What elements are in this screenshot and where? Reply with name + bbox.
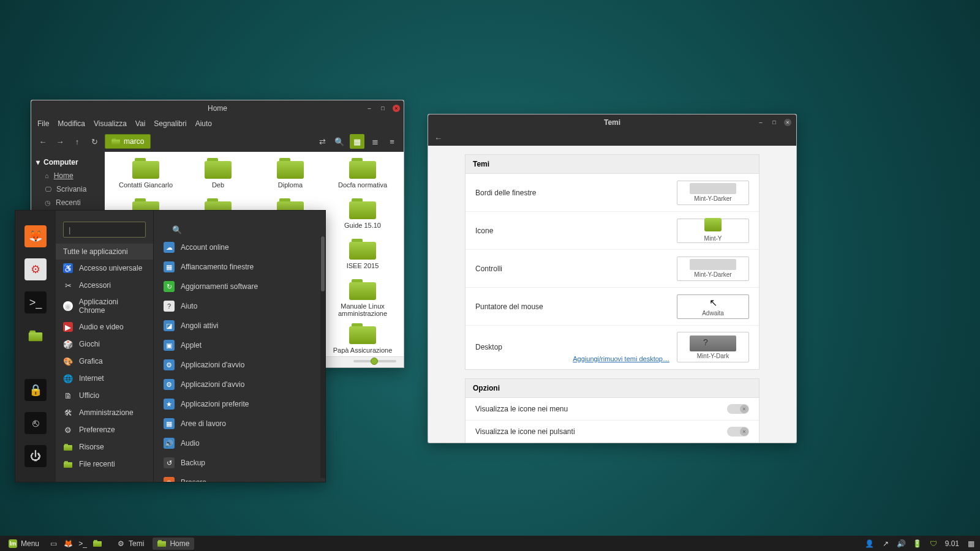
menu-search-box[interactable]: | 🔍: [63, 222, 146, 238]
menu-help[interactable]: Aiuto: [195, 119, 212, 128]
category-item[interactable]: 🎲Giochi: [56, 335, 153, 353]
favorite-terminal[interactable]: >_: [24, 291, 47, 313]
app-item[interactable]: ▣Applet: [157, 335, 322, 355]
favorite-files[interactable]: [24, 324, 47, 347]
minimize-button[interactable]: –: [366, 105, 373, 112]
window-borders-selector[interactable]: Mint-Y-Darker: [677, 181, 749, 205]
lock-screen-button[interactable]: 🔒: [24, 379, 47, 401]
up-button[interactable]: ↑: [70, 135, 84, 148]
option-label: Visualizza le icone nei pulsanti: [475, 427, 727, 436]
folder-item[interactable]: Diploma: [254, 158, 326, 189]
category-item[interactable]: File recenti: [56, 455, 153, 473]
sidebar-item-recent[interactable]: ◷Recenti: [31, 196, 105, 209]
category-item[interactable]: 🛠Amministrazione: [56, 404, 153, 421]
add-remove-desktop-themes-link[interactable]: Aggiungi/rimuovi temi desktop…: [573, 355, 669, 362]
shutdown-button[interactable]: ⏻: [24, 445, 47, 467]
menu-bookmarks[interactable]: Segnalibri: [154, 119, 186, 128]
folder-item[interactable]: Docfa normativa: [326, 158, 399, 189]
menu-view[interactable]: Visualizza: [94, 119, 127, 128]
path-segment-home[interactable]: marco: [105, 134, 151, 149]
toggle-path-entry-button[interactable]: ⇄: [315, 135, 329, 148]
sidebar-section-computer[interactable]: ▾ Computer: [31, 156, 105, 169]
update-applet-icon[interactable]: 🛡: [929, 539, 938, 548]
toggle-icons-in-buttons[interactable]: ×: [727, 427, 749, 437]
menu-go[interactable]: Vai: [135, 119, 145, 128]
panel-menu-button[interactable]: lm Menu: [5, 539, 43, 548]
back-button[interactable]: ←: [36, 135, 50, 148]
scrollbar-thumb[interactable]: [321, 236, 325, 291]
battery-applet-icon[interactable]: 🔋: [913, 539, 922, 548]
category-item[interactable]: ✂Accessori: [56, 277, 153, 294]
refresh-button[interactable]: ↻: [88, 135, 101, 148]
close-button[interactable]: ×: [784, 119, 791, 126]
folder-item[interactable]: Deb: [182, 158, 254, 189]
favorite-firefox[interactable]: 🦊: [24, 225, 47, 247]
controls-theme-selector[interactable]: Mint-Y-Darker: [677, 257, 749, 281]
list-view-button[interactable]: ≣: [368, 135, 382, 148]
category-item[interactable]: Risorse: [56, 438, 153, 455]
clock-applet[interactable]: 9.01: [945, 539, 959, 548]
back-button[interactable]: ←: [434, 133, 442, 143]
maximize-button[interactable]: □: [771, 119, 778, 126]
minimize-button[interactable]: –: [757, 119, 764, 126]
menu-edit[interactable]: Modifica: [58, 119, 85, 128]
logout-button[interactable]: ⎋: [24, 412, 47, 434]
category-item[interactable]: ⚙Preferenze: [56, 421, 153, 438]
folder-item[interactable]: Manuale Linux amministrazione: [326, 279, 399, 317]
favorite-software[interactable]: ⚙: [24, 258, 47, 280]
file-manager-titlebar[interactable]: Home – □ ×: [31, 100, 404, 116]
app-item[interactable]: 🔊Audio: [157, 433, 322, 453]
app-item[interactable]: ◪Angoli attivi: [157, 316, 322, 335]
icon-view-button[interactable]: ▦: [350, 134, 364, 149]
app-item[interactable]: ☁Account online: [157, 238, 322, 257]
section-header-options: Opzioni: [466, 379, 759, 398]
app-item[interactable]: ?Aiuto: [157, 296, 322, 316]
volume-applet-icon[interactable]: 🔊: [897, 539, 906, 548]
category-item[interactable]: 🌐Internet: [56, 370, 153, 387]
compact-view-button[interactable]: ≡: [385, 135, 399, 148]
mouse-pointer-selector[interactable]: ↖ Adwaita: [677, 294, 749, 319]
zoom-slider[interactable]: [353, 360, 396, 362]
toggle-icons-in-menus[interactable]: ×: [727, 404, 749, 414]
theme-preview: [690, 335, 736, 351]
app-item[interactable]: ↻Aggiornamenti software: [157, 277, 322, 296]
folder-item[interactable]: Contatti Giancarlo: [110, 158, 182, 189]
search-button[interactable]: 🔍: [333, 135, 346, 148]
app-item[interactable]: ★Applicazioni preferite: [157, 394, 322, 414]
app-item[interactable]: ▦Affiancamento finestre: [157, 257, 322, 277]
folder-item[interactable]: Papà Assicurazione: [326, 323, 399, 354]
category-all-applications[interactable]: Tutte le applicazioni: [56, 244, 153, 260]
sidebar-item-desktop[interactable]: 🖵Scrivania: [31, 182, 105, 196]
forward-button[interactable]: →: [53, 135, 67, 148]
app-item[interactable]: ▦Aree di lavoro: [157, 414, 322, 433]
icons-theme-selector[interactable]: Mint-Y: [677, 219, 749, 243]
task-button-home[interactable]: Home: [153, 538, 194, 550]
app-item[interactable]: ◉Brasero: [157, 473, 322, 482]
task-button-temi[interactable]: ⚙ Temi: [111, 538, 149, 550]
panel-launcher-terminal[interactable]: >_: [78, 539, 87, 548]
close-button[interactable]: ×: [393, 105, 400, 112]
office-icon: 🗎: [63, 391, 73, 400]
category-item[interactable]: 🗎Ufficio: [56, 387, 153, 404]
menu-file[interactable]: File: [37, 119, 49, 128]
category-item[interactable]: ♿Accesso universale: [56, 260, 153, 277]
calendar-applet-icon[interactable]: ▦: [967, 539, 975, 548]
category-item[interactable]: ◉Applicazioni Chrome: [56, 294, 153, 318]
app-item[interactable]: ↺Backup: [157, 453, 322, 473]
folder-item[interactable]: ISEE 2015: [326, 239, 399, 269]
category-item[interactable]: ▶Audio e video: [56, 318, 153, 335]
sidebar-item-home[interactable]: ⌂Home: [31, 169, 105, 182]
panel-launcher-firefox[interactable]: 🦊: [64, 539, 72, 548]
panel-launcher-files[interactable]: [93, 539, 102, 548]
category-item[interactable]: 🎨Grafica: [56, 353, 153, 370]
network-applet-icon[interactable]: ↗: [881, 539, 890, 548]
zoom-slider-handle[interactable]: [371, 358, 378, 365]
panel-show-desktop[interactable]: ▭: [49, 539, 58, 548]
app-item[interactable]: ⚙Applicazioni d'avvio: [157, 355, 322, 375]
folder-item[interactable]: Guide 15.10: [326, 198, 399, 229]
app-item[interactable]: ⚙Applicazioni d'avvio: [157, 375, 322, 394]
user-applet-icon[interactable]: 👤: [865, 539, 874, 548]
menu-scrollbar[interactable]: [320, 236, 325, 478]
maximize-button[interactable]: □: [379, 105, 386, 112]
themes-titlebar[interactable]: Temi – □ ×: [428, 114, 796, 130]
